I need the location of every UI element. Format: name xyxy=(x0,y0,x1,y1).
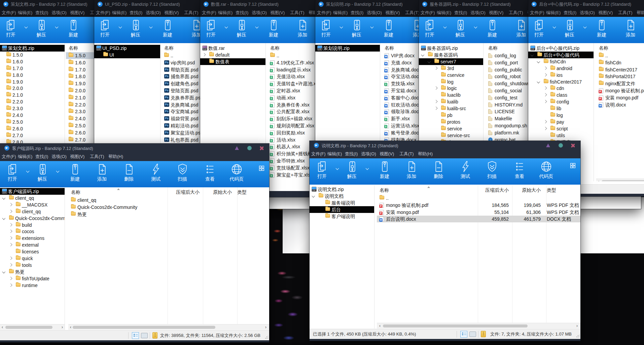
menu-item[interactable]: 文件(F) xyxy=(96,9,110,17)
chevron-down-icon[interactable] xyxy=(421,53,424,56)
dropdown-arrow-icon[interactable] xyxy=(474,25,477,29)
minimize-button[interactable] xyxy=(235,146,239,150)
chevron-right-icon[interactable] xyxy=(434,87,437,90)
toolbar-del-button[interactable]: 删除 xyxy=(428,160,449,180)
list-row[interactable]: 刮刮乐+福袋.xlsx xyxy=(267,115,321,122)
tree-item[interactable]: 数值.rar xyxy=(200,45,265,52)
toolbar-test-button[interactable]: 测试 xyxy=(145,163,167,182)
tree-item[interactable]: service-src xyxy=(419,132,483,139)
list-row[interactable]: 规则说明配置.xlsx xyxy=(267,122,321,129)
minimize-button[interactable] xyxy=(546,144,550,147)
toolbar-new-button[interactable]: 新建 xyxy=(64,163,86,182)
close-button[interactable] xyxy=(570,143,575,148)
toolbar-codepage-button[interactable]: 代码页 xyxy=(226,163,247,182)
tree-item[interactable]: UI xyxy=(94,52,160,58)
chevron-right-icon[interactable] xyxy=(544,127,547,130)
chevron-right-icon[interactable] xyxy=(544,73,547,76)
menu-item[interactable]: 选项(O) xyxy=(146,9,161,17)
menu-item[interactable]: 工具(T) xyxy=(399,150,414,158)
tree-item[interactable]: log xyxy=(528,112,594,119)
dropdown-arrow-icon[interactable] xyxy=(25,25,28,29)
column-header-name[interactable]: 名称 xyxy=(270,44,280,51)
close-button[interactable] xyxy=(259,146,264,151)
chevron-right-icon[interactable] xyxy=(544,66,547,69)
chevron-down-icon[interactable] xyxy=(531,53,534,56)
chevron-down-icon[interactable] xyxy=(537,60,540,63)
tree-item[interactable]: 后台 xyxy=(310,206,374,213)
tree-item[interactable]: luaclib xyxy=(419,92,483,98)
tree-item[interactable]: tools xyxy=(0,262,65,269)
tree-item[interactable]: pb xyxy=(419,112,483,119)
toolbar-add-button[interactable]: 添加 xyxy=(401,160,422,180)
menu-item[interactable]: 工具(T) xyxy=(405,9,420,17)
toolbar-view-button[interactable]: 查看 xyxy=(199,163,221,182)
menu-item[interactable]: 查找(I) xyxy=(35,9,48,17)
chevron-right-icon[interactable] xyxy=(434,100,437,103)
dropdown-arrow-icon[interactable] xyxy=(225,25,228,29)
chevron-right-icon[interactable] xyxy=(544,120,547,123)
chevron-right-icon[interactable] xyxy=(9,257,12,260)
tree-item[interactable]: service xyxy=(419,125,483,132)
preview-icon[interactable] xyxy=(141,333,148,338)
column-header-name[interactable]: 名称 xyxy=(164,44,174,51)
tree-item[interactable]: runtime xyxy=(0,282,65,289)
menu-item[interactable]: 工具(T) xyxy=(509,9,523,17)
view-mode-list-icon[interactable] xyxy=(132,332,139,339)
toolbar-add-button[interactable]: 添加 xyxy=(91,163,113,182)
menu-item[interactable]: 选项(O) xyxy=(367,9,382,17)
chevron-right-icon[interactable] xyxy=(434,107,437,110)
list-row[interactable]: 热更 xyxy=(68,211,269,218)
tree-item[interactable]: fishCdn xyxy=(528,58,594,65)
menu-item[interactable]: 视图(V) xyxy=(598,9,613,17)
toolbar-extract-button[interactable]: 解压 xyxy=(346,19,367,38)
dropdown-arrow-icon[interactable] xyxy=(56,169,60,173)
menu-item[interactable]: 帮助(H) xyxy=(418,150,433,158)
toolbar-extract-button[interactable]: 解压 xyxy=(32,163,53,182)
column-header-size[interactable]: 原始大小 xyxy=(202,189,232,195)
chevron-right-icon[interactable] xyxy=(9,263,12,266)
dropdown-arrow-icon[interactable] xyxy=(583,25,587,29)
tree-item[interactable]: android xyxy=(528,65,594,72)
toolbar-open-button[interactable]: 打开 xyxy=(2,163,23,182)
toolbar-open-button[interactable]: 打开 xyxy=(311,160,333,180)
tree-item[interactable]: 2.4.0 xyxy=(0,112,65,119)
toolbar-new-button[interactable]: 新建 xyxy=(374,160,395,180)
menu-item[interactable]: 视图(V) xyxy=(385,9,400,17)
tree-item[interactable]: client_qq xyxy=(0,208,65,215)
menu-item[interactable]: 编辑(E) xyxy=(327,150,342,158)
menu-item[interactable]: 视图(V) xyxy=(164,9,179,17)
chevron-down-icon[interactable] xyxy=(2,196,5,199)
menu-item[interactable]: 帮助(H) xyxy=(637,9,644,17)
dropdown-arrow-icon[interactable] xyxy=(366,167,369,170)
menu-item[interactable]: 编辑(E) xyxy=(218,9,232,17)
menu-item[interactable]: 工具(T) xyxy=(618,9,633,17)
archive-icon[interactable] xyxy=(481,331,486,337)
tree-item[interactable]: class xyxy=(528,92,594,98)
column-header-type[interactable]: 类型 xyxy=(237,189,247,195)
toolbar-new-button[interactable]: 新建 xyxy=(63,19,84,38)
chevron-right-icon[interactable] xyxy=(203,53,206,56)
toolbar-open-button[interactable]: 打开 xyxy=(200,19,222,38)
tree-item[interactable]: 热更 xyxy=(0,269,65,275)
dropdown-arrow-icon[interactable] xyxy=(149,25,153,29)
tree-item[interactable]: Quick-Cocos2dx-Community xyxy=(0,215,65,222)
tree-item[interactable]: UI_PSD.zip xyxy=(94,45,160,52)
layout-grid-icon[interactable] xyxy=(570,163,576,168)
tree-item[interactable]: logic xyxy=(419,85,483,92)
menu-item[interactable]: 查找(I) xyxy=(345,150,358,158)
tree-item[interactable]: utils xyxy=(528,132,594,139)
toolbar-new-button[interactable]: 新建 xyxy=(157,19,178,38)
toolbar-add-button[interactable]: 添加 xyxy=(620,19,641,38)
column-header-packed[interactable]: 压缩后大小 xyxy=(441,187,509,193)
view-mode-list-icon[interactable] xyxy=(460,331,467,338)
tree-item[interactable]: external xyxy=(0,242,65,248)
chevron-right-icon[interactable] xyxy=(544,93,547,96)
list-row[interactable]: .. xyxy=(596,52,644,59)
menu-item[interactable]: 文件(F) xyxy=(2,9,16,17)
chevron-right-icon[interactable] xyxy=(9,203,12,206)
dropdown-arrow-icon[interactable] xyxy=(370,25,374,29)
column-header-name[interactable]: 名称 xyxy=(69,44,78,51)
resize-grip[interactable] xyxy=(576,334,579,338)
menu-item[interactable]: 选项(O) xyxy=(252,9,267,17)
tree-item[interactable]: 1.5.0 xyxy=(0,52,65,58)
